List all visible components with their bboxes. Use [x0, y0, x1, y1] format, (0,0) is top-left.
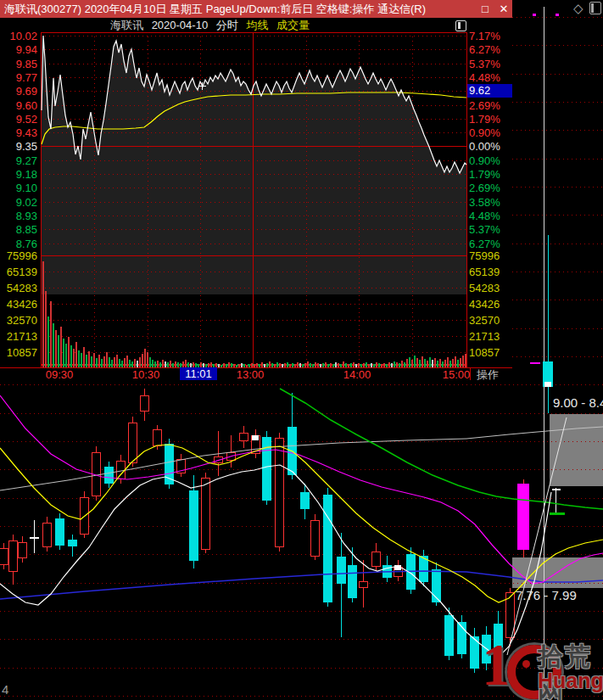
volume-bar	[139, 357, 141, 367]
candle-body	[165, 444, 174, 484]
grid-hline-solid	[41, 255, 467, 256]
k-gridline	[509, 441, 603, 442]
k-gridline	[512, 17, 603, 18]
time-axis-label: 14:00	[343, 369, 371, 381]
candle-body	[0, 548, 8, 565]
price-range-label: 9.00 - 8.47	[553, 395, 603, 410]
volume-bar	[42, 261, 44, 367]
grid-vline-solid	[41, 32, 42, 367]
volume-bar	[91, 356, 92, 367]
pct-axis-label: 7.17%	[469, 31, 500, 42]
pct-axis-label: 5.37%	[469, 59, 500, 70]
k-gridline	[512, 300, 603, 300]
cursor-cross	[202, 82, 203, 90]
time-axis-label: 13:00	[237, 369, 265, 381]
candle-body	[189, 490, 198, 561]
diamond-icon[interactable]: ◇	[573, 1, 583, 16]
pct-axis-label: 0.90%	[469, 127, 500, 138]
pct-axis-label: 0.00%	[469, 141, 500, 152]
price-lines	[0, 0, 512, 380]
grid-hline	[41, 36, 467, 36]
candle-mark	[394, 565, 401, 570]
volume-bar	[416, 358, 418, 367]
k-gridline	[509, 413, 603, 414]
candle-body	[80, 497, 89, 535]
pct-axis-label: 4.48%	[469, 72, 500, 83]
candle-body	[176, 459, 186, 473]
candle-body	[517, 484, 529, 550]
price-axis-label: 9.52	[0, 114, 37, 125]
volume-bar	[455, 356, 456, 367]
candle-body	[288, 427, 297, 475]
pct-axis-label: 6.27%	[469, 44, 500, 55]
price-range-label: 7.76 - 7.99	[516, 588, 577, 602]
volume-bar	[452, 359, 454, 367]
grid-vline	[359, 32, 360, 367]
pct-axis-label: 5.37%	[469, 224, 500, 235]
k-gridline	[512, 272, 603, 272]
grid-hline	[41, 320, 467, 321]
pct-axis-label: 1.79%	[469, 169, 500, 180]
tick-direction-strip	[42, 364, 466, 366]
volume-bar	[50, 301, 52, 367]
time-axis-label: 09:30	[46, 369, 74, 381]
volume-bar	[45, 291, 47, 367]
pct-axis-label: 0.90%	[469, 155, 500, 166]
grid-hline	[41, 336, 467, 337]
candle-body	[104, 467, 114, 484]
volume-bar	[103, 356, 105, 367]
volume-bar	[101, 359, 103, 367]
grid-hline	[41, 160, 467, 161]
volume-bar	[422, 356, 423, 367]
volume-axis-label: 43426	[0, 299, 37, 310]
volume-bar	[460, 358, 461, 367]
time-axis-label: 15:00	[443, 369, 471, 381]
volume-axis-label: 21713	[0, 331, 37, 342]
volume-axis-label: 10857	[0, 347, 37, 358]
candle-body	[92, 452, 101, 496]
price-axis-label: 9.43	[0, 127, 37, 138]
candle-body	[226, 452, 236, 461]
grid-hline	[41, 174, 467, 175]
volume-bar	[60, 327, 62, 367]
t-marker-cap	[550, 512, 565, 515]
candle-wick	[231, 435, 232, 468]
grid-vline	[94, 32, 95, 367]
volume-axis-label: 65139	[469, 266, 500, 277]
price-axis-label: 9.77	[0, 72, 37, 83]
candle-body	[382, 565, 392, 578]
volume-axis-label: 75996	[0, 250, 37, 261]
grid-hline	[41, 132, 467, 133]
price-axis-label: 9.94	[0, 44, 37, 55]
volume-axis-label: 32570	[0, 315, 37, 326]
grid-hline	[41, 77, 467, 78]
panel-icon[interactable]	[589, 2, 601, 14]
candle-body	[262, 437, 271, 501]
volume-bar	[53, 323, 54, 367]
candle-body	[8, 540, 18, 572]
volume-bar	[409, 357, 410, 367]
price-axis-label: 9.60	[0, 100, 37, 111]
candle-body	[239, 433, 248, 441]
action-menu[interactable]: 操作	[477, 369, 499, 381]
volume-bar	[119, 359, 120, 367]
candle-body	[406, 554, 416, 590]
candle-body	[128, 423, 137, 463]
volume-bar	[114, 357, 115, 367]
candle-body	[214, 456, 223, 463]
k-gridline	[509, 469, 603, 470]
candle-body	[444, 615, 454, 656]
volume-bar	[58, 335, 59, 367]
candle-body	[42, 523, 52, 547]
grid-hline	[41, 105, 467, 106]
logo-gear-hub	[522, 660, 530, 668]
pct-axis-label: 3.58%	[469, 197, 500, 208]
grid-hline	[41, 244, 467, 244]
grid-hline	[41, 49, 467, 50]
cursor-price-badge: 9.62	[467, 84, 512, 98]
price-axis-label: 9.85	[0, 59, 37, 70]
k-gridline	[509, 611, 603, 612]
k-gridline	[512, 102, 603, 103]
candle-body	[68, 540, 77, 546]
grid-vline-solid	[253, 32, 254, 367]
